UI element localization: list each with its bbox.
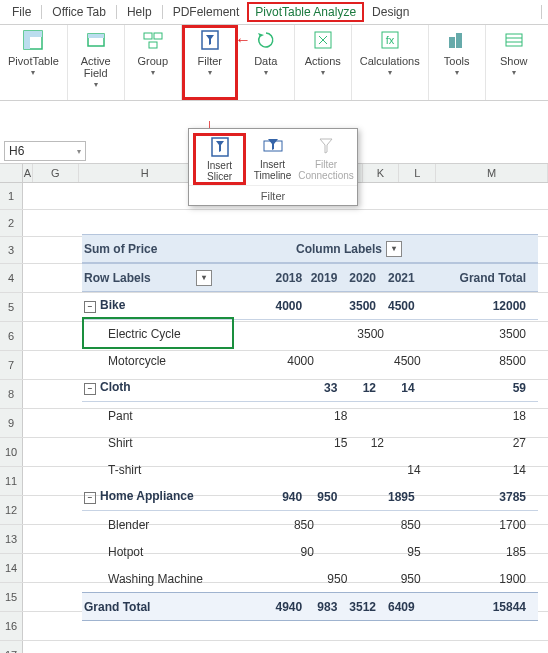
col-header[interactable]: K [363,164,400,182]
tab-help[interactable]: Help [119,2,160,22]
chevron-down-icon: ▾ [94,80,98,89]
select-all[interactable] [0,164,23,182]
refresh-icon [255,29,277,51]
row-header[interactable]: 9 [0,409,23,437]
slicer-icon [199,29,221,51]
ribbon-tools[interactable]: Tools ▾ [429,25,486,100]
pivot-item-row[interactable]: Pant1818 [82,402,538,429]
pivot-item-row[interactable]: Washing Machine9509501900 [82,565,538,592]
collapse-icon[interactable]: − [84,301,96,313]
year-col: 2019 [306,271,341,285]
row-header[interactable]: 13 [0,525,23,553]
collapse-icon[interactable]: − [84,383,96,395]
pivot-item-row[interactable]: Blender8508501700 [82,511,538,538]
svg-rect-6 [154,33,162,39]
row-header[interactable]: 10 [0,438,23,466]
row-header[interactable]: 1 [0,183,23,209]
pivot-item-row[interactable]: Electric Cycle35003500 [82,320,538,347]
row-header[interactable]: 8 [0,380,23,408]
tab-pdf[interactable]: PDFelement [165,2,248,22]
row-header[interactable]: 14 [0,554,23,582]
tab-pivot-analyze[interactable]: PivotTable Analyze [247,2,364,22]
row-label: Bike [100,298,125,312]
chevron-down-icon: ▾ [151,68,155,77]
timeline-icon [262,135,284,157]
annotation-arrow: ← [235,31,251,49]
col-header[interactable]: L [399,164,436,182]
row-header[interactable]: 11 [0,467,23,495]
name-box[interactable]: H6 ▾ [4,141,86,161]
grid-row: 2 [0,210,548,237]
ribbon-actions[interactable]: Actions ▾ [295,25,352,100]
calc-icon: fx [379,29,401,51]
chevron-down-icon: ▾ [388,68,392,77]
tab-design[interactable]: Design [364,2,417,22]
pivot-item-row[interactable]: T-shirt1414 [82,456,538,483]
dropdown-footer: Filter [189,185,357,205]
year-col: 2021 [380,271,419,285]
filter-connections-button: Filter Connections [299,133,353,185]
tab-file[interactable]: File [4,2,39,22]
pivot-item-row[interactable]: Hotpot9095185 [82,538,538,565]
ribbon-show[interactable]: Show ▾ [486,25,542,100]
filter-dropdown-panel: Insert Slicer Insert Timeline Filter Con… [188,128,358,206]
row-header[interactable]: 6 [0,322,23,350]
row-labels-header: Row Labels [84,271,151,285]
chevron-down-icon: ▾ [264,68,268,77]
row-header[interactable]: 4 [0,264,23,292]
chevron-down-icon: ▾ [321,68,325,77]
row-header[interactable]: 16 [0,612,23,640]
connections-icon [315,135,337,157]
col-header[interactable]: G [33,164,79,182]
row-label: Electric Cycle [108,327,181,341]
row-filter-button[interactable]: ▾ [196,270,212,286]
sum-of-price-label: Sum of Price [82,242,232,256]
row-header[interactable]: 15 [0,583,23,611]
row-header[interactable]: 5 [0,293,23,321]
row-header[interactable]: 2 [0,210,23,236]
svg-text:fx: fx [385,34,394,46]
ribbon-group[interactable]: Group ▾ [125,25,182,100]
row-label: Shirt [108,436,133,450]
ribbon-active-field[interactable]: Active Field▾ [68,25,125,100]
row-label: Cloth [100,380,131,394]
pivot-icon [22,29,44,51]
pivot-item-row[interactable]: Motorcycle400045008500 [82,347,538,374]
column-filter-button[interactable]: ▾ [386,241,402,257]
row-header[interactable]: 3 [0,237,23,263]
ribbon-pivottable[interactable]: PivotTable ▾ [0,25,68,100]
col-header[interactable]: A [23,164,33,182]
col-header[interactable]: M [436,164,548,182]
pivot-group-row[interactable]: −Home Appliance94095018953785 [82,483,538,511]
row-label: Hotpot [108,545,143,559]
row-label: Washing Machine [108,572,203,586]
year-col: 2020 [341,271,380,285]
grand-total-col: Grand Total [419,271,538,285]
chevron-down-icon: ▾ [512,68,516,77]
tab-office[interactable]: Office Tab [44,2,114,22]
ribbon-calculations[interactable]: fx Calculations ▾ [352,25,429,100]
insert-timeline-button[interactable]: Insert Timeline [246,133,299,185]
pivot-group-row[interactable]: −Cloth33121459 [82,374,538,402]
year-col: 2018 [268,271,307,285]
field-icon [85,29,107,51]
row-header[interactable]: 7 [0,351,23,379]
row-header[interactable]: 17 [0,641,23,653]
svg-rect-7 [149,42,157,48]
chevron-down-icon: ▾ [31,68,35,77]
svg-rect-4 [88,34,104,38]
grid-row: 17 [0,641,548,653]
pivot-table[interactable]: Sum of Price Column Labels ▾ Row Labels … [82,234,538,621]
insert-slicer-button[interactable]: Insert Slicer [193,133,246,185]
chevron-down-icon: ▾ [455,68,459,77]
pivot-item-row[interactable]: Shirt151227 [82,429,538,456]
slicer-icon [209,136,231,158]
collapse-icon[interactable]: − [84,492,96,504]
ribbon-filter[interactable]: Filter ▾ [182,25,238,100]
row-header[interactable]: 12 [0,496,23,524]
svg-rect-14 [506,34,522,46]
pivot-group-row[interactable]: −Bike40003500450012000 [82,292,538,320]
svg-rect-12 [449,37,455,48]
grand-total-row-label: Grand Total [82,600,212,614]
show-icon [503,29,525,51]
